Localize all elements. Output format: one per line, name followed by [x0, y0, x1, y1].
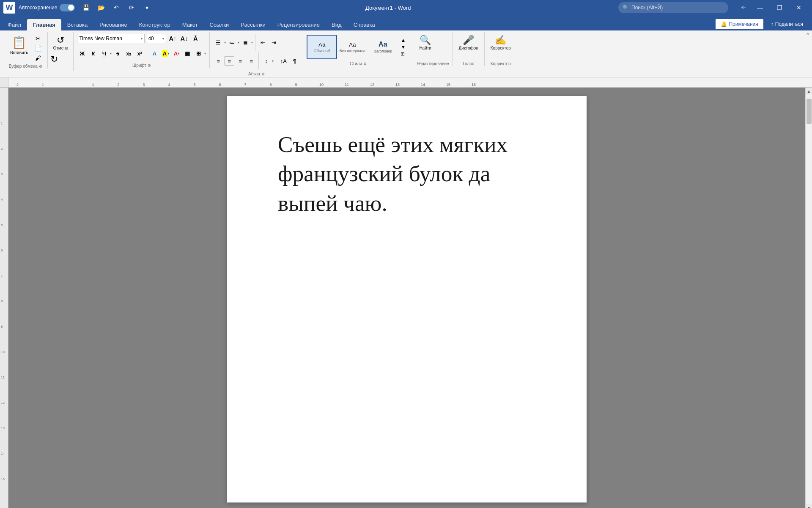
- text-color-button[interactable]: А ▾: [171, 49, 181, 58]
- font-group-content: Times New Roman ▾ 40 ▾ A↑ A↓ Ā Ж К Ч ▾: [77, 32, 206, 62]
- styles-expand[interactable]: ⊞: [401, 51, 406, 57]
- align-justify-button[interactable]: ≡: [246, 56, 256, 66]
- word-logo: W: [3, 2, 15, 14]
- style-normal[interactable]: Аа Обычный: [307, 35, 337, 59]
- save-button[interactable]: 💾: [79, 2, 93, 14]
- share-button[interactable]: ↑ Поделиться: [765, 19, 809, 30]
- line-spacing-button[interactable]: ↕: [261, 56, 271, 66]
- ruler-horizontal: -2-112345678910111213141516: [8, 77, 812, 87]
- numbering-button[interactable]: ≔: [227, 38, 237, 47]
- scroll-track[interactable]: [806, 94, 812, 504]
- microphone-icon: 🎤: [463, 36, 474, 45]
- clear-format-button[interactable]: Ā: [190, 34, 200, 43]
- scroll-thumb[interactable]: [807, 99, 812, 124]
- align-right-button[interactable]: ≡: [235, 56, 245, 66]
- styles-scroll: ▲ ▼ ⊞: [401, 37, 406, 57]
- tab-view[interactable]: Вид: [326, 19, 348, 30]
- tab-insert[interactable]: Вставка: [61, 19, 93, 30]
- tab-help[interactable]: Справка: [348, 19, 381, 30]
- voice-group-content: 🎤 Диктофон: [456, 32, 481, 60]
- corrector-button[interactable]: ✍ Корректор: [488, 34, 513, 52]
- tab-layout[interactable]: Макет: [176, 19, 204, 30]
- open-button[interactable]: 📂: [94, 2, 108, 14]
- borders-button[interactable]: ⊞: [193, 49, 203, 58]
- numbering-arrow[interactable]: ▾: [238, 41, 239, 44]
- text-highlight-button[interactable]: А ▾: [160, 49, 170, 58]
- text-effects-button[interactable]: А: [149, 49, 159, 58]
- undo-label: [50, 65, 71, 71]
- strikethrough-button[interactable]: з: [112, 49, 123, 58]
- italic-button[interactable]: К: [88, 49, 98, 58]
- divider: [258, 52, 259, 69]
- divider: [147, 45, 147, 62]
- underline-button[interactable]: Ч: [99, 49, 109, 58]
- tab-draw[interactable]: Рисование: [93, 19, 133, 30]
- sort-button[interactable]: ↕A: [278, 56, 288, 66]
- line-spacing-arrow[interactable]: ▾: [272, 59, 274, 63]
- multilevel-arrow[interactable]: ▾: [251, 41, 253, 44]
- shading-button[interactable]: ▦: [182, 49, 192, 58]
- ribbon-collapse-button[interactable]: ^: [804, 30, 812, 39]
- undo-button[interactable]: ↺ Отмена: [50, 34, 71, 52]
- paste-button[interactable]: 📋 Вставить: [7, 34, 31, 63]
- borders-arrow[interactable]: ▾: [204, 52, 206, 55]
- minimize-button[interactable]: —: [750, 0, 770, 15]
- align-center-button[interactable]: ≡: [224, 56, 234, 66]
- document-title: Документ1 - Word: [365, 5, 411, 11]
- multilevel-button[interactable]: ≣: [240, 38, 250, 47]
- list-row: ☰ ▾ ≔ ▾ ≣ ▾ ⇤ ⇥: [213, 34, 279, 51]
- format-painter-button[interactable]: 🖌: [32, 53, 44, 63]
- bullets-arrow[interactable]: ▾: [224, 41, 226, 44]
- bullets-button[interactable]: ☰: [213, 38, 223, 47]
- font-size-select[interactable]: 40 ▾: [146, 34, 166, 43]
- show-marks-button[interactable]: ¶: [289, 56, 299, 66]
- document-text[interactable]: Съешь ещё этих мягких французский булок …: [278, 130, 536, 218]
- undo-button[interactable]: ↶: [110, 2, 123, 14]
- redo-icon[interactable]: ↻: [50, 54, 58, 65]
- comments-label: Примечания: [729, 21, 758, 27]
- underline-arrow[interactable]: ▾: [110, 52, 112, 55]
- tab-home[interactable]: Главная: [27, 19, 61, 30]
- autosave-label: Автосохранение: [19, 5, 57, 11]
- grow-font-button[interactable]: A↑: [167, 34, 178, 43]
- document-scroll[interactable]: Съешь ещё этих мягких французский булок …: [8, 88, 805, 508]
- copy-button[interactable]: 📄: [32, 44, 44, 53]
- shrink-font-button[interactable]: A↓: [179, 34, 189, 43]
- tab-mail[interactable]: Рассылки: [235, 19, 271, 30]
- styles-up[interactable]: ▲: [401, 37, 406, 43]
- search-box[interactable]: 🔍 Поиск (Alt+Й): [618, 2, 728, 13]
- tab-review[interactable]: Рецензирование: [272, 19, 326, 30]
- style-heading[interactable]: Аа Заголовок: [368, 35, 398, 59]
- redo-button[interactable]: ⟳: [125, 2, 138, 14]
- increase-indent-button[interactable]: ⇥: [269, 38, 279, 47]
- bold-button[interactable]: Ж: [77, 49, 87, 58]
- comments-button[interactable]: 🔔 Примечания: [715, 19, 763, 30]
- ribbon: Файл Главная Вставка Рисование Конструкт…: [0, 15, 812, 77]
- maximize-button[interactable]: ❐: [770, 0, 789, 15]
- corrector-label: Корректор: [491, 46, 511, 50]
- ruler-horizontal-container: -2-112345678910111213141516: [0, 77, 812, 88]
- styles-down[interactable]: ▼: [401, 44, 406, 50]
- tab-file[interactable]: Файл: [2, 19, 27, 30]
- decrease-indent-button[interactable]: ⇤: [258, 38, 268, 47]
- find-button[interactable]: 🔍 Найти: [417, 34, 434, 52]
- align-left-button[interactable]: ≡: [213, 56, 223, 66]
- close-button[interactable]: ✕: [789, 0, 809, 15]
- dictophone-button[interactable]: 🎤 Диктофон: [456, 34, 481, 52]
- scroll-up-arrow[interactable]: ▲: [806, 88, 812, 94]
- subscript-button[interactable]: х₂: [123, 49, 134, 58]
- style-no-spacing[interactable]: Аа Без интервала: [337, 35, 368, 59]
- tab-refs[interactable]: Ссылки: [204, 19, 235, 30]
- autosave-toggle[interactable]: [60, 4, 75, 11]
- undo-label: Отмена: [53, 46, 68, 50]
- clipboard-group-content: 📋 Вставить ✂ 📄 🖌: [7, 32, 44, 63]
- font-name-select[interactable]: Times New Roman ▾: [77, 34, 145, 43]
- cut-button[interactable]: ✂: [32, 34, 44, 43]
- scroll-down-arrow[interactable]: ▼: [806, 504, 812, 508]
- styles-group-content: Аа Обычный Аа Без интервала Аа Заголовок…: [307, 32, 406, 60]
- tab-design[interactable]: Конструктор: [133, 19, 176, 30]
- pen-icon: ✏: [737, 2, 750, 14]
- customize-quick-access[interactable]: ▾: [140, 2, 154, 14]
- styles-group: Аа Обычный Аа Без интервала Аа Заголовок…: [303, 32, 413, 66]
- superscript-button[interactable]: х²: [134, 49, 145, 58]
